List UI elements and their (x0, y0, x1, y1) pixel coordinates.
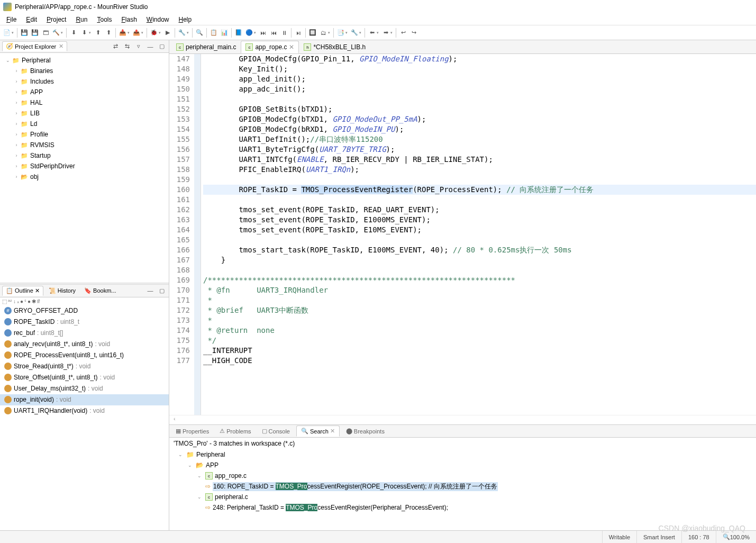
toolbar-button[interactable]: 📋 (209, 28, 218, 38)
chevron-down-icon[interactable]: ▾ (328, 31, 330, 35)
search-folder[interactable]: ⌄📂 APP (174, 460, 752, 470)
minimize-icon[interactable]: — (145, 42, 155, 51)
toolbar-button[interactable]: ⬇ (79, 28, 89, 38)
toolbar-button[interactable]: 🗔 (41, 28, 50, 38)
toolbar-button[interactable]: ⬇ (69, 28, 78, 38)
toolbar-button[interactable]: 🔧 (177, 28, 187, 38)
chevron-down-icon[interactable]: ▾ (12, 31, 14, 35)
toolbar-button[interactable]: ⏯ (294, 28, 303, 38)
bookmarks-tab[interactable]: 🔖 Bookm... (81, 286, 119, 295)
menu-window[interactable]: Window (142, 15, 174, 24)
outline-item[interactable]: analy_recv(uint8_t*, uint8_t) : void (0, 339, 169, 350)
editor-tab[interactable]: capp_rope.c ✕ (241, 41, 299, 53)
tree-item-stdperiphdriver[interactable]: ›📁StdPeriphDriver (2, 161, 167, 171)
tree-item-binaries[interactable]: ›📁Binaries (2, 66, 167, 76)
history-tab[interactable]: 📜 History (45, 286, 79, 295)
outline-item[interactable]: #GRYO_OFFSET_ADD (0, 305, 169, 316)
project-root[interactable]: ⌄📁Peripheral (2, 55, 167, 66)
outline-item[interactable]: User_Delay_ms(uint32_t) : void (0, 383, 169, 394)
chevron-down-icon[interactable]: ▾ (159, 31, 161, 35)
tree-item-includes[interactable]: ›📁Includes (2, 76, 167, 87)
hscroll[interactable]: ‹ (169, 415, 756, 424)
toolbar-button[interactable]: 📑 (336, 28, 345, 38)
chevron-down-icon[interactable]: ▾ (345, 31, 348, 35)
outline-item[interactable]: Stroe_Read(uint8_t*) : void (0, 361, 169, 372)
toolbar-button[interactable]: 💾 (30, 28, 40, 38)
toolbar-button[interactable]: 📤 (132, 28, 141, 38)
toolbar-button[interactable]: ➡ (381, 28, 390, 38)
bottom-tab-search[interactable]: 🔍 Search ✕ (296, 426, 340, 437)
tree-item-obj[interactable]: ›📂obj (2, 171, 167, 182)
toolbar-button[interactable]: 🔍 (195, 28, 204, 38)
bottom-tab-problems[interactable]: ⚠ Problems (215, 426, 255, 436)
toolbar-button[interactable]: 🔵 (244, 28, 254, 38)
menu-run[interactable]: Run (71, 15, 92, 24)
search-match[interactable]: ⇨ 160: ROPE_TaskID = TMOS_ProcessEventRe… (174, 481, 752, 492)
outline-item[interactable]: ROPE_TaskID : uint8_t (0, 316, 169, 328)
toolbar-button[interactable]: 📥 (118, 28, 127, 38)
collapse-all-icon[interactable]: ⇄ (111, 42, 120, 51)
bottom-tab-breakpoints[interactable]: ⬤ Breakpoints (342, 426, 389, 436)
tree-item-ld[interactable]: ›📁Ld (2, 119, 167, 129)
code-area[interactable]: GPIOA_ModeCfg(GPIO_Pin_11, GPIO_ModeIN_F… (201, 54, 756, 415)
search-match[interactable]: ⇨ 248: Peripheral_TaskID = TMOS_ProcessE… (174, 502, 752, 513)
menu-edit[interactable]: Edit (22, 15, 41, 24)
bottom-tab-console[interactable]: ▢ Console (258, 426, 294, 436)
editor-tab[interactable]: h*CH58xBLE_LIB.h (299, 41, 370, 53)
minimize-icon[interactable]: — (145, 286, 155, 295)
view-menu-icon[interactable]: ▿ (134, 42, 143, 51)
menu-tools[interactable]: Tools (93, 15, 116, 24)
outline-body[interactable]: #GRYO_OFFSET_ADDROPE_TaskID : uint8_trec… (0, 305, 169, 531)
toolbar-button[interactable]: 🗂 (318, 28, 328, 38)
search-file[interactable]: ⌄c app_rope.c (174, 470, 752, 481)
close-icon[interactable]: ✕ (289, 43, 294, 51)
editor-tab[interactable]: cperipheral_main.c (171, 41, 241, 53)
chevron-down-icon[interactable]: ▾ (254, 31, 256, 35)
tree-item-rvmsis[interactable]: ›📁RVMSIS (2, 140, 167, 150)
outline-tab[interactable]: 📋 Outline ✕ (2, 286, 43, 296)
toolbar-button[interactable]: 📄 (2, 28, 12, 38)
link-editor-icon[interactable]: ⇆ (122, 42, 132, 51)
menu-flash[interactable]: Flash (117, 15, 141, 24)
chevron-down-icon[interactable]: ▾ (89, 31, 91, 35)
chevron-down-icon[interactable]: ▾ (141, 31, 143, 35)
chevron-down-icon[interactable]: ▾ (187, 31, 189, 35)
toolbar-button[interactable]: ⬆ (104, 28, 113, 38)
outline-item[interactable]: rec_buf : uint8_t[] (0, 328, 169, 339)
outline-item[interactable]: Store_Offset(uint8_t*, uint8_t) : void (0, 372, 169, 383)
menu-file[interactable]: File (2, 15, 21, 24)
chevron-down-icon[interactable]: ▾ (127, 31, 130, 35)
menu-help[interactable]: Help (175, 15, 196, 24)
editor[interactable]: 1471481491501511521531541551561571581591… (169, 54, 756, 415)
project-tree[interactable]: ⌄📁Peripheral›📁Binaries›📁Includes›📁APP›📁H… (0, 53, 169, 283)
bottom-tab-properties[interactable]: ▦ Properties (171, 426, 213, 436)
chevron-down-icon[interactable]: ▾ (61, 31, 63, 35)
outline-item[interactable]: ROPE_ProcessEvent(uint8_t, uint16_t) (0, 350, 169, 361)
tree-item-lib[interactable]: ›📁LIB (2, 108, 167, 119)
project-explorer-tab[interactable]: 🧭 Project Explorer ✕ (2, 41, 67, 51)
maximize-icon[interactable]: ▢ (157, 286, 167, 295)
toolbar-button[interactable]: ▶ (163, 28, 172, 38)
toolbar-button[interactable]: ⬅ (367, 28, 377, 38)
toolbar-button[interactable]: 🔧 (350, 28, 359, 38)
search-results[interactable]: 'TMOS_Pro' - 3 matches in workspace (*.c… (169, 438, 756, 530)
outline-item[interactable]: rope_init(void) : void (0, 394, 169, 405)
tree-item-app[interactable]: ›📁APP (2, 87, 167, 97)
toolbar-button[interactable]: ⏮ (269, 28, 278, 38)
chevron-down-icon[interactable]: ▾ (377, 31, 379, 35)
chevron-down-icon[interactable]: ▾ (390, 31, 393, 35)
toolbar-button[interactable]: 🔲 (308, 28, 317, 38)
toolbar-button[interactable]: 💾 (20, 28, 29, 38)
toolbar-button[interactable]: ↩ (398, 28, 408, 38)
toolbar-button[interactable]: 📊 (220, 28, 229, 38)
toolbar-button[interactable]: ⬆ (93, 28, 103, 38)
toolbar-button[interactable]: ⏭ (258, 28, 268, 38)
toolbar-button[interactable]: 📘 (234, 28, 243, 38)
toolbar-button[interactable]: 🔨 (51, 28, 61, 38)
search-file[interactable]: ⌄c peripheral.c (174, 492, 752, 502)
chevron-down-icon[interactable]: ▾ (359, 31, 361, 35)
search-root[interactable]: ⌄📁 Peripheral (174, 449, 752, 460)
outline-item[interactable]: UART1_IRQHandler(void) : void (0, 405, 169, 417)
tree-item-startup[interactable]: ›📁Startup (2, 150, 167, 161)
toolbar-button[interactable]: 🐞 (149, 28, 159, 38)
